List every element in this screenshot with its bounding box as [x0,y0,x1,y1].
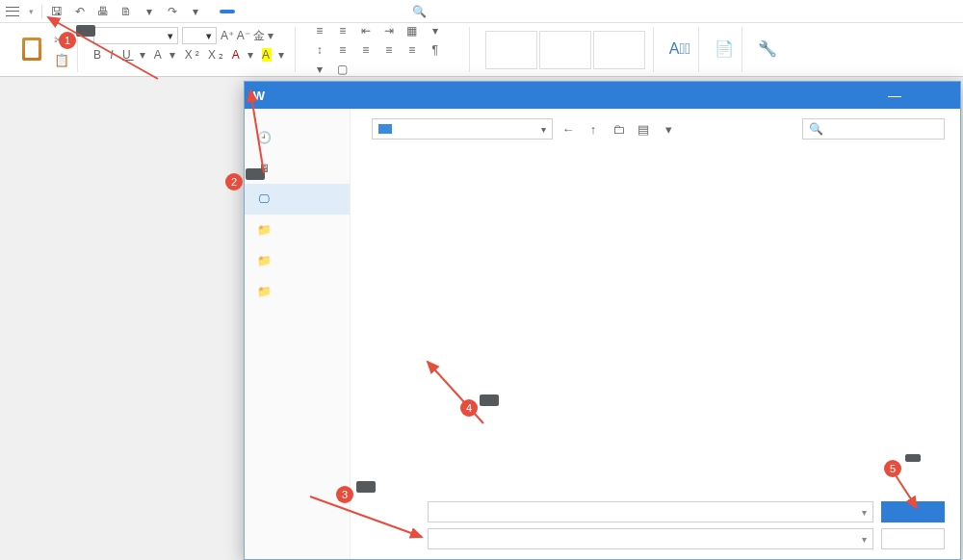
list-bullet-icon[interactable]: ≡ [334,24,351,38]
folder-icon: 📁 [256,253,272,268]
step-badge-2: 2 [225,173,243,191]
nav-desktop[interactable]: 🖵 [245,184,350,215]
callout-2 [246,168,265,180]
location-row: ▾ ← ↑ 🗀 ▤ ▾ 🔍 [366,118,945,147]
indent-dec-icon[interactable]: ⇤ [357,24,375,38]
indent-inc-icon[interactable]: ⇥ [380,24,398,38]
new-style-button[interactable]: A̲ͣ [669,40,690,60]
chevron-down-icon: ▾ [29,7,34,16]
menu-icon[interactable] [6,7,19,16]
clock-icon: 🕘 [256,130,272,145]
folder-icon: 📁 [256,222,272,238]
nav-folder-010101[interactable]: 📁 [245,245,350,276]
paragraph-group: ≡≡⇤⇥▦▾↕ ≡≡≡≡¶▾▢ [311,24,461,76]
shading-icon[interactable]: ▢ [334,63,351,76]
folder-icon: 📁 [256,284,272,299]
ribbon: ✂📋 ▾ ▾ A⁺ A⁻ ⾦ ▾ B I U ▾ A ▾ X² X₂ A ▾ A… [0,23,963,77]
back-icon[interactable]: ← [559,119,578,139]
dialog-title-bar: W — [245,82,960,109]
chevron-down-icon[interactable]: ▾ [143,5,156,18]
ribbon-tabs: 🔍 [220,5,427,18]
align-justify-icon[interactable]: ≡ [403,43,421,57]
align-center-icon[interactable]: ≡ [357,43,375,57]
step-badge-5: 5 [884,460,901,477]
tab-start[interactable] [220,10,235,13]
view-grid-icon[interactable]: ▤ [634,119,653,139]
more-icon[interactable]: ▾ [659,119,678,139]
preview-icon[interactable]: 🗎 [119,5,133,18]
quick-access: 🖫 ↶ 🖶 🗎 ▾ ↷ ▾ [50,5,202,18]
copy-icon[interactable]: 📋 [54,53,69,67]
line-spacing-icon[interactable]: ↕ [311,43,328,57]
undo-icon[interactable]: ↶ [73,5,87,18]
font-name-select[interactable]: ▾ [93,27,178,44]
search-icon: 🔍 [809,122,823,136]
callout-1 [76,25,95,37]
chevron-down-icon[interactable]: ▾ [189,5,202,18]
redo-icon[interactable]: ↷ [166,5,179,18]
step-badge-4: 4 [460,399,478,417]
open-button[interactable] [881,501,945,522]
desktop-icon: 🖵 [256,191,272,207]
font-size-select[interactable]: ▾ [182,27,217,44]
cancel-button[interactable] [881,528,945,549]
up-icon[interactable]: ↑ [584,119,603,139]
align-right-icon[interactable]: ≡ [380,43,398,57]
print-icon[interactable]: 🖶 [96,5,110,18]
nav-documents[interactable]: 📁 [245,215,350,245]
wps-logo-icon: W [252,89,266,102]
callout-3 [356,481,376,493]
location-select[interactable]: ▾ [372,118,553,140]
filetype-select[interactable]: ▾ [428,528,873,549]
title-bar: ▾ 🖫 ↶ 🖶 🗎 ▾ ↷ ▾ 🔍 [0,0,963,23]
minimize-button[interactable]: — [883,88,906,103]
nav-folder-test[interactable]: 📁 [245,276,350,307]
border-icon[interactable]: ▦ [403,24,421,38]
style-gallery[interactable] [485,31,645,69]
file-list [366,147,945,497]
doc-assist-button[interactable]: 📄 [715,39,734,60]
paste-button[interactable] [15,38,48,63]
new-folder-icon[interactable]: 🗀 [609,119,628,139]
step-badge-1: 1 [59,32,76,49]
callout-5 [905,454,921,462]
search-button[interactable]: 🔍 [412,5,427,18]
text-tools-button[interactable]: 🔧 [758,39,777,60]
filename-input[interactable]: ▾ [428,501,873,522]
search-input[interactable]: 🔍 [802,118,945,140]
step-badge-3: 3 [336,486,353,503]
align-left-icon[interactable]: ≡ [334,43,351,57]
save-icon[interactable]: 🖫 [50,5,64,18]
font-selectors: ▾ ▾ A⁺ A⁻ ⾦ ▾ [93,27,273,44]
nav-recent[interactable]: 🕘 [245,122,350,153]
callout-4 [480,395,499,406]
list-ordered-icon[interactable]: ≡ [311,24,328,38]
paragraph-icon[interactable]: ¶ [427,43,444,57]
